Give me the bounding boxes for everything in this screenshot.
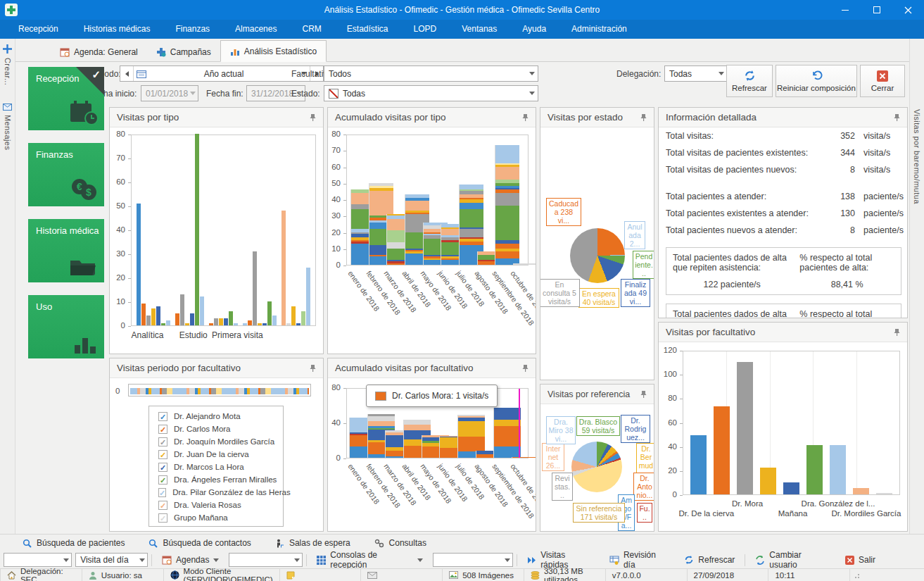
visitas-rapidas-button[interactable]: Visitas rápidas xyxy=(521,552,600,568)
legend-checkbox[interactable]: ✓ xyxy=(158,501,167,510)
pin-icon[interactable] xyxy=(894,113,900,122)
salas-espera-link[interactable]: Salas de espera xyxy=(275,538,350,548)
cerrar-button[interactable]: Cerrar xyxy=(860,65,905,97)
info-box-repiten: Total pacientes dados de alta que repite… xyxy=(666,247,901,295)
plot-area[interactable] xyxy=(683,351,900,495)
cambiar-usuario-button[interactable]: Cambiar usuario xyxy=(749,552,835,568)
info-unit: visita/s xyxy=(855,131,904,141)
menu-item-ventanas[interactable]: Ventanas xyxy=(449,20,510,39)
legend-checkbox[interactable]: ✓ xyxy=(158,513,167,523)
chart-visitas-por-tipo[interactable]: 01020304050607080AnalíticaEstudioPrimera… xyxy=(110,127,323,354)
menu-item-almacenes[interactable]: Almacenes xyxy=(222,20,289,39)
legend-checkbox[interactable]: ✓ xyxy=(158,488,166,497)
panel-header[interactable]: Acumulado visitas por facultativo xyxy=(328,358,536,378)
chart-visitas-por-referencia[interactable]: Dra. Blasco 59 visita/sDr. Rodriguez...D… xyxy=(540,404,654,531)
menu-item-estadística[interactable]: Estadística xyxy=(334,20,401,39)
panel-header[interactable]: Visitas por tipo xyxy=(110,108,323,127)
pie-callout: Internet 26... xyxy=(542,443,564,471)
periodo-prev-button[interactable] xyxy=(120,66,134,81)
chart-visitas-por-facultativo[interactable]: 020406080100120Dr. De la ciervaDr. MoraM… xyxy=(659,342,907,531)
panel-header[interactable]: Visitas por estado xyxy=(540,108,654,127)
pin-icon[interactable] xyxy=(310,364,316,373)
legend-item[interactable]: ✓Dr. Joaquín Mordiles García xyxy=(158,435,283,448)
menu-item-ayuda[interactable]: Ayuda xyxy=(510,20,559,39)
plot-area[interactable] xyxy=(131,135,316,326)
pin-icon[interactable] xyxy=(522,364,529,373)
refrescar-small-button[interactable]: Refrescar xyxy=(678,552,741,568)
bar xyxy=(151,308,156,325)
panel-header[interactable]: Visitas periodo por facultativo xyxy=(110,358,323,378)
refrescar-button[interactable]: Refrescar xyxy=(726,65,773,97)
legend-item[interactable]: ✓Dr. Marcos La Hora xyxy=(158,461,283,473)
busqueda-pacientes-link[interactable]: Búsqueda de pacientes xyxy=(23,538,125,548)
close-button[interactable] xyxy=(892,0,924,20)
empty-combo-2[interactable] xyxy=(229,553,303,567)
delegacion-select[interactable]: Todas xyxy=(664,65,728,82)
legend-checkbox[interactable]: ✓ xyxy=(158,412,167,421)
consultas-link[interactable]: Consultas xyxy=(374,538,426,548)
pin-icon[interactable] xyxy=(310,113,316,122)
legend-checkbox[interactable]: ✓ xyxy=(158,425,167,434)
resize-grip[interactable] xyxy=(849,569,924,581)
create-plus-icon[interactable] xyxy=(3,44,12,54)
panel-header[interactable]: Acumulado visitas por tipo xyxy=(328,108,536,127)
chart-visitas-periodo-facultativo[interactable]: 0 ✓Dr. Alejandro Mota✓Dr. Carlos Mora✓Dr… xyxy=(110,378,323,531)
sparkline-area[interactable] xyxy=(128,384,311,396)
revision-dia-button[interactable]: Revisión día xyxy=(603,552,674,568)
sidebar-tile-recepcion[interactable]: Recepción ✓ xyxy=(28,67,104,130)
hidden-panel-tab-baremo[interactable]: Visitas por baremo/mutua xyxy=(913,109,921,204)
create-tab[interactable]: Crear... xyxy=(4,58,12,85)
tab-analisis-estadistico[interactable]: Análisis Estadístico xyxy=(220,40,327,62)
minimize-button[interactable] xyxy=(829,0,861,20)
consolas-recepcion-button[interactable]: Consolas de recepción xyxy=(310,552,429,568)
legend-item[interactable]: ✓Dr. Alejandro Mota xyxy=(158,410,283,423)
facultativo-select[interactable]: Todos xyxy=(324,65,538,82)
panel-header[interactable]: Visitas por referencia xyxy=(540,385,654,404)
pin-icon[interactable] xyxy=(894,328,900,337)
legend-checkbox[interactable]: ✓ xyxy=(158,463,167,472)
sidebar-tile-uso[interactable]: Uso xyxy=(28,295,104,358)
menu-item-administración[interactable]: Administración xyxy=(559,20,640,39)
pin-icon[interactable] xyxy=(640,113,647,122)
maximize-button[interactable] xyxy=(861,0,892,20)
legend-checkbox[interactable]: ✓ xyxy=(158,437,167,446)
reiniciar-composicion-button[interactable]: Reiniciar composición xyxy=(776,65,857,97)
legend-item[interactable]: ✓Dr. Carlos Mora xyxy=(158,423,283,435)
status-note[interactable] xyxy=(279,569,361,581)
menu-item-finanzas[interactable]: Finanzas xyxy=(163,20,222,39)
visita-del-dia-combo[interactable]: Visita del día xyxy=(75,553,148,567)
tab-agenda-general[interactable]: Agenda: General xyxy=(51,42,147,61)
busqueda-contactos-link[interactable]: Búsqueda de contactos xyxy=(148,538,251,548)
empty-combo-1[interactable] xyxy=(4,553,72,567)
pin-icon[interactable] xyxy=(522,113,529,122)
salir-button[interactable]: Salir xyxy=(839,552,882,568)
estado-select[interactable]: Todas xyxy=(324,85,538,101)
plot-area[interactable] xyxy=(346,135,529,265)
legend-checkbox[interactable]: ✓ xyxy=(158,475,167,485)
chart-visitas-por-estado[interactable]: Caducada 238 vi...Anulada 2...Pendiente.… xyxy=(540,127,654,380)
menu-item-crm[interactable]: CRM xyxy=(289,20,334,39)
messages-tab[interactable]: Mensajes xyxy=(4,115,12,150)
legend-item[interactable]: ✓Dr. Juan De la cierva xyxy=(158,448,283,461)
sidebar-tile-finanzas[interactable]: Finanzas €$ xyxy=(28,143,104,206)
agendas-button[interactable]: Agendas xyxy=(156,552,225,568)
status-mail[interactable] xyxy=(360,569,442,581)
menu-item-historias-médicas[interactable]: Historias médicas xyxy=(71,20,163,39)
sidebar-tile-historia-medica[interactable]: Historia médica xyxy=(28,219,104,282)
menu-item-recepción[interactable]: Recepción xyxy=(6,20,71,39)
legend-item[interactable]: ✓Dra. Ángeles Ferran Miralles xyxy=(158,473,283,486)
chart-acumulado-visitas-tipo[interactable]: 01020304050607080enero de 2018febrero de… xyxy=(328,127,536,354)
pie-callout: Revistas... xyxy=(552,473,573,501)
fecha-inicio-input[interactable]: 01/01/2018 xyxy=(141,85,198,101)
legend-item[interactable]: ✓Dra. Pilar González de las Heras xyxy=(158,486,283,499)
legend-checkbox[interactable]: ✓ xyxy=(158,450,167,459)
menu-item-lopd[interactable]: LOPD xyxy=(401,20,450,39)
pin-icon[interactable] xyxy=(640,390,647,399)
panel-header[interactable]: Visitas por facultativo xyxy=(659,323,907,342)
legend-item[interactable]: ✓Grupo Mañana xyxy=(158,511,283,524)
legend-item[interactable]: ✓Dra. Valeria Rosas xyxy=(158,499,283,511)
panel-header[interactable]: Información detallada xyxy=(659,108,907,127)
messages-envelope-icon[interactable] xyxy=(3,104,12,111)
empty-combo-3[interactable] xyxy=(433,553,514,567)
tab-campanas[interactable]: Campañas xyxy=(147,42,220,61)
